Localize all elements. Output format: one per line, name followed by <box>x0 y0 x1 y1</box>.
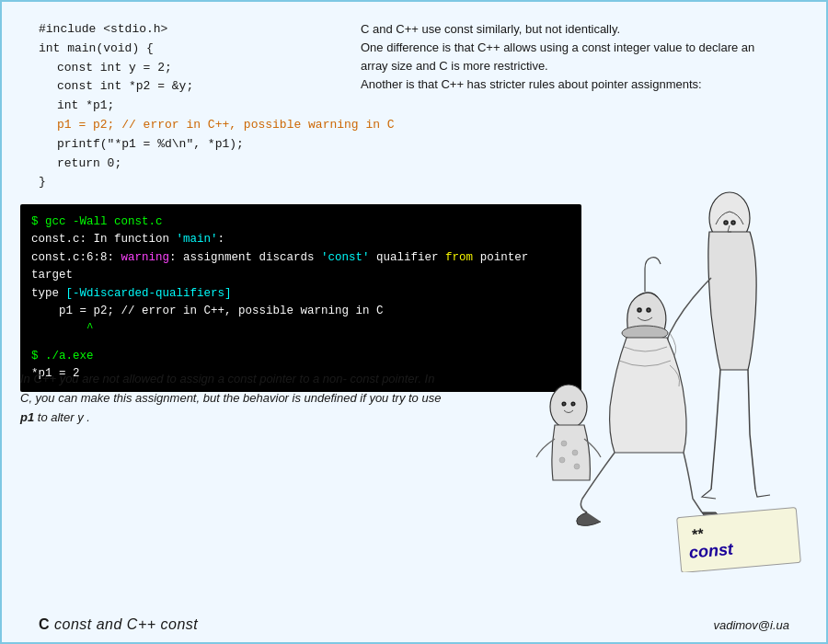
terminal-prompt: $ gcc -Wall const.c <box>31 215 163 228</box>
terminal-warning-line: const.c:6:8: warning: assignment discard… <box>31 249 570 285</box>
svg-point-2 <box>731 221 735 224</box>
bottom-p1-bold: p1 <box>20 410 34 424</box>
stars-text: ** <box>692 525 706 542</box>
code-line-2: int main(void) { <box>39 40 370 59</box>
code-block: #include <stdio.h> int main(void) { cons… <box>39 20 370 192</box>
svg-point-7 <box>562 402 566 406</box>
footer-c-label: C <box>39 616 50 632</box>
terminal-code-line: p1 = p2; // error in C++, possible warni… <box>31 303 570 320</box>
terminal-caret-line: ^ <box>31 320 570 338</box>
paper-with-const: ** const <box>677 507 801 572</box>
bottom-description: In C++ you are not allowed to assign a c… <box>20 370 499 427</box>
bottom-line-3-rest: to alter y . <box>34 410 90 424</box>
svg-point-8 <box>571 402 575 406</box>
terminal-blank <box>31 339 570 348</box>
svg-point-9 <box>561 441 567 446</box>
svg-point-1 <box>724 221 728 224</box>
code-line-1: #include <stdio.h> <box>39 20 370 40</box>
code-line-5: int *p1; <box>57 97 370 116</box>
footer: C const and C++ const vadimov@i.ua <box>2 616 826 633</box>
terminal-run-cmd: $ ./a.exe <box>31 348 570 365</box>
svg-point-11 <box>559 457 565 463</box>
footer-title: C const and C++ const <box>39 616 198 633</box>
svg-point-12 <box>574 464 580 469</box>
desc-line-1: C and C++ use const similarly, but not i… <box>361 20 784 39</box>
svg-point-10 <box>572 450 578 455</box>
footer-email: vadimov@i.ua <box>713 618 789 632</box>
left-figure <box>536 385 601 480</box>
bottom-line-3: p1 to alter y . <box>20 408 499 428</box>
code-line-8: return 0; <box>57 155 370 174</box>
desc-line-4: Another is that C++ has stricter rules a… <box>361 75 784 94</box>
terminal-filename: const.c <box>31 233 80 246</box>
desc-line-2: One difference is that C++ allows using … <box>361 39 784 57</box>
terminal-type-line: type [-Wdiscarded-qualifiers] <box>31 285 570 303</box>
bottom-line-2: C, you can make this assignment, but the… <box>20 389 499 408</box>
seated-figure <box>577 258 725 526</box>
description-block: C and C++ use const similarly, but not i… <box>361 20 784 95</box>
code-line-4: const int *p2 = &y; <box>57 77 370 97</box>
bottom-line-1: In C++ you are not allowed to assign a c… <box>20 370 499 389</box>
cartoon-illustration: ** const <box>504 181 817 577</box>
terminal-info: const.c: In function 'main': <box>31 231 570 248</box>
svg-point-5 <box>647 308 650 312</box>
code-line-3: const int y = 2; <box>57 59 370 78</box>
footer-title-rest: const and C++ const <box>50 616 198 632</box>
const-text: const <box>688 540 735 562</box>
svg-point-6 <box>550 385 587 429</box>
desc-line-3: array size and C is more restrictive. <box>361 57 784 75</box>
code-line-7: printf("*p1 = %d\n", *p1); <box>57 135 370 155</box>
cartoon-svg: ** const <box>509 186 812 572</box>
code-line-9: } <box>39 173 370 192</box>
terminal-output: $ gcc -Wall const.c const.c: In function… <box>20 204 581 392</box>
terminal-cmd: $ gcc -Wall const.c <box>31 213 570 231</box>
svg-point-4 <box>638 308 641 312</box>
code-line-6: p1 = p2; // error in C++, possible warni… <box>57 116 370 135</box>
